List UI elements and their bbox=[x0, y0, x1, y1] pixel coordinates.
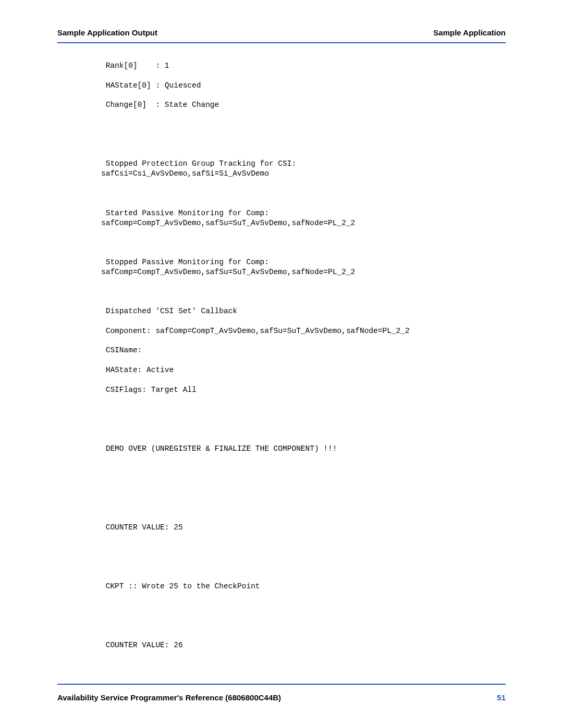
header-section-title: Sample Application Output bbox=[57, 28, 157, 37]
page-header: Sample Application Output Sample Applica… bbox=[57, 28, 506, 43]
footer-page-number: 51 bbox=[497, 693, 506, 702]
footer-doc-title: Availability Service Programmer's Refere… bbox=[57, 693, 281, 702]
page-footer: Availability Service Programmer's Refere… bbox=[57, 684, 506, 702]
code-output-block: Rank[0] : 1 HAState[0] : Quiesced Change… bbox=[101, 61, 506, 650]
header-chapter-title: Sample Application bbox=[433, 28, 506, 37]
